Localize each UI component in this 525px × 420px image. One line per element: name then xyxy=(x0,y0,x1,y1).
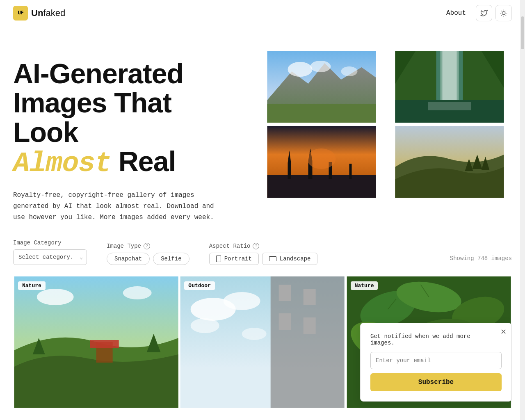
gallery-grid: Nature xyxy=(0,276,525,410)
theme-toggle-button[interactable] xyxy=(495,5,512,21)
landscape-icon xyxy=(269,256,276,261)
header-right: About xyxy=(440,5,512,21)
gallery-image-1 xyxy=(13,276,179,408)
svg-point-42 xyxy=(123,286,152,299)
category-label: Image Category xyxy=(13,240,87,246)
hero-title: AI-Generated Images That Look Almost Rea… xyxy=(13,59,243,178)
hero-text: AI-Generated Images That Look Almost Rea… xyxy=(13,51,243,223)
category-badge-1: Nature xyxy=(18,281,46,290)
svg-point-50 xyxy=(224,292,260,310)
svg-point-0 xyxy=(502,11,505,15)
twitter-button[interactable] xyxy=(476,5,492,21)
svg-rect-18 xyxy=(443,51,457,100)
email-popup: ✕ Get notified when we add more images. … xyxy=(360,323,512,402)
portrait-button[interactable]: Portrait xyxy=(209,253,259,265)
svg-line-3 xyxy=(501,11,502,11)
sun-icon xyxy=(500,9,507,17)
svg-line-4 xyxy=(506,15,506,15)
type-info-icon[interactable]: ? xyxy=(144,243,150,249)
hero-image-waterfall xyxy=(387,51,512,123)
svg-point-12 xyxy=(288,62,313,77)
email-input[interactable] xyxy=(370,352,502,369)
filters-row: Image Category Select category... ⌄ Imag… xyxy=(13,240,512,265)
scrollbar[interactable] xyxy=(520,0,525,420)
scrollbar-thumb[interactable] xyxy=(521,16,524,49)
snapchat-button[interactable]: Snapchat xyxy=(107,253,150,265)
type-filter: Image Type ? Snapchat Selfie xyxy=(107,243,189,265)
hero-image-mountain xyxy=(259,51,384,123)
ratio-filter: Aspect Ratio ? Portrait Landscape xyxy=(209,243,318,265)
filters-section: Image Category Select category... ⌄ Imag… xyxy=(0,240,525,276)
svg-rect-46 xyxy=(304,289,316,305)
svg-point-14 xyxy=(341,66,358,76)
svg-point-31 xyxy=(307,148,336,169)
portrait-icon xyxy=(216,256,221,262)
category-filter: Image Category Select category... ⌄ xyxy=(13,240,87,265)
ratio-info-icon[interactable]: ? xyxy=(253,243,259,249)
type-toggle-buttons: Snapchat Selfie xyxy=(107,253,189,265)
svg-rect-24 xyxy=(267,175,376,198)
category-select[interactable]: Select category... xyxy=(13,249,87,265)
landscape-button[interactable]: Landscape xyxy=(262,253,318,265)
logo[interactable]: UF Unfaked xyxy=(13,6,65,21)
svg-line-8 xyxy=(506,11,506,11)
svg-rect-25 xyxy=(288,163,291,179)
gallery-item[interactable]: Nature xyxy=(13,276,179,410)
popup-close-button[interactable]: ✕ xyxy=(500,328,507,336)
selfie-button[interactable]: Selfie xyxy=(153,253,189,265)
svg-rect-30 xyxy=(349,164,352,179)
gallery-item[interactable]: Outdoor xyxy=(179,276,345,410)
hero-image-boats xyxy=(259,126,384,198)
ratio-toggle-buttons: Portrait Landscape xyxy=(209,253,318,265)
gallery-container: Nature xyxy=(0,276,525,410)
category-badge-3: Nature xyxy=(351,281,378,290)
logo-text: Unfaked xyxy=(31,8,65,18)
svg-rect-48 xyxy=(304,317,316,334)
category-badge-2: Outdoor xyxy=(184,281,215,290)
popup-message: Get notified when we add more images. xyxy=(370,333,493,346)
svg-rect-45 xyxy=(279,285,291,301)
hero-image-grid xyxy=(259,51,512,198)
svg-rect-11 xyxy=(267,104,376,123)
svg-point-41 xyxy=(37,289,74,305)
svg-rect-38 xyxy=(90,340,119,348)
showing-count: Showing 748 images xyxy=(450,255,512,265)
svg-point-52 xyxy=(242,328,267,340)
type-label: Image Type ? xyxy=(107,243,189,249)
twitter-icon xyxy=(480,9,488,17)
gallery-image-2 xyxy=(179,276,345,408)
subscribe-button[interactable]: Subscribe xyxy=(370,373,502,391)
category-select-wrapper[interactable]: Select category... ⌄ xyxy=(13,249,87,265)
hero-section: AI-Generated Images That Look Almost Rea… xyxy=(0,26,525,240)
logo-icon: UF xyxy=(13,6,28,21)
ratio-label: Aspect Ratio ? xyxy=(209,243,318,249)
svg-point-13 xyxy=(310,61,331,72)
gallery-item[interactable]: Nature ✕ Get notified when we add more i… xyxy=(346,276,512,410)
hero-description: Royalty-free, copyright-free gallery of … xyxy=(13,190,226,224)
header: UF Unfaked About xyxy=(0,0,525,26)
about-link[interactable]: About xyxy=(440,6,472,20)
svg-line-7 xyxy=(501,15,502,15)
hero-image-hills xyxy=(387,126,512,198)
svg-point-51 xyxy=(191,318,219,333)
svg-rect-47 xyxy=(279,313,291,330)
svg-rect-22 xyxy=(428,102,471,110)
